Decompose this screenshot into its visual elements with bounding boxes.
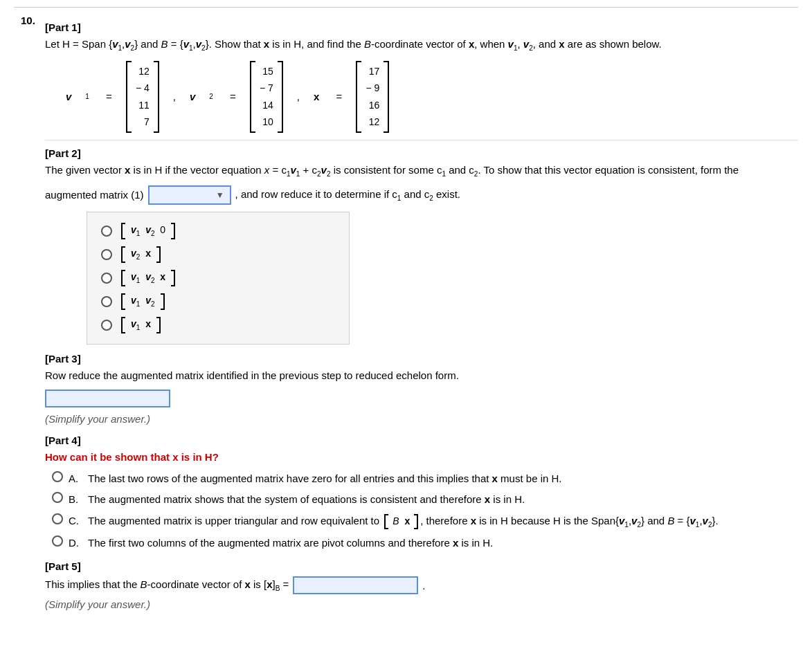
mc-label-C: C. bbox=[69, 513, 82, 529]
x-label: x bbox=[314, 91, 319, 102]
part2-text: The given vector x is in H if the vector… bbox=[45, 162, 798, 180]
matrix-dropdown[interactable]: ▼ bbox=[148, 185, 231, 205]
radio-options-list: v1 v2 0 v2 x v1 v2 x bbox=[87, 212, 350, 345]
part2-label: [Part 2] bbox=[45, 147, 798, 159]
mc-text-C: The augmented matrix is upper triangular… bbox=[88, 513, 719, 530]
mc-option-D[interactable]: D. The first two columns of the augmente… bbox=[52, 535, 798, 551]
mc-option-B[interactable]: B. The augmented matrix shows that the s… bbox=[52, 492, 798, 508]
dropdown-arrow-icon: ▼ bbox=[216, 190, 224, 200]
v1-matrix: 12 − 4 11 7 bbox=[126, 61, 159, 133]
mc-label-A: A. bbox=[69, 471, 82, 487]
radio-option-5[interactable]: v1 x bbox=[101, 317, 335, 333]
part3-simplify-note: (Simplify your answer.) bbox=[45, 413, 798, 425]
mc-option-A[interactable]: A. The last two rows of the augmented ma… bbox=[52, 471, 798, 487]
mc-radio-B[interactable] bbox=[52, 492, 63, 503]
x-matrix: 17 − 9 16 12 bbox=[356, 61, 389, 133]
radio-circle-2[interactable] bbox=[101, 249, 112, 260]
part5-input[interactable] bbox=[293, 576, 418, 594]
option5-matrix: v1 x bbox=[121, 317, 161, 333]
mc-options: A. The last two rows of the augmented ma… bbox=[52, 471, 798, 551]
mc-label-D: D. bbox=[69, 535, 82, 551]
part2-augmented-line: augmented matrix (1) ▼ , and row reduce … bbox=[45, 185, 798, 205]
option2-matrix: v2 x bbox=[121, 246, 161, 263]
part4-label: [Part 4] bbox=[45, 434, 798, 446]
radio-option-3[interactable]: v1 v2 x bbox=[101, 270, 335, 286]
radio-option-2[interactable]: v2 x bbox=[101, 246, 335, 263]
part4-question: How can it be shown that x is in H? bbox=[45, 449, 798, 466]
part5-simplify-note: (Simplify your answer.) bbox=[45, 598, 798, 610]
v2-matrix: 15 − 7 14 10 bbox=[250, 61, 283, 133]
part3-text: Row reduce the augmented matrix identifi… bbox=[45, 367, 798, 384]
part3-label: [Part 3] bbox=[45, 353, 798, 365]
option3-matrix: v1 v2 x bbox=[121, 270, 175, 286]
mc-label-B: B. bbox=[69, 492, 82, 508]
option4-matrix: v1 v2 bbox=[121, 293, 165, 310]
question-container: 10. [Part 1] Let H = Span {v1,v2} and B … bbox=[14, 7, 798, 610]
part3-input[interactable] bbox=[45, 390, 170, 407]
part1-text: Let H = Span {v1,v2} and B = {v1,v2}. Sh… bbox=[45, 36, 798, 54]
mc-radio-A[interactable] bbox=[52, 471, 63, 482]
radio-circle-4[interactable] bbox=[101, 296, 112, 307]
part1-label: [Part 1] bbox=[45, 21, 798, 33]
part5-line: This implies that the B-coordinate vecto… bbox=[45, 576, 798, 594]
mc-text-B: The augmented matrix shows that the syst… bbox=[88, 492, 525, 508]
v1-label: v bbox=[66, 91, 71, 102]
radio-circle-1[interactable] bbox=[101, 226, 112, 237]
matrices-row: v1 = 12 − 4 11 7 , v2 = bbox=[66, 61, 798, 133]
mc-option-C[interactable]: C. The augmented matrix is upper triangu… bbox=[52, 513, 798, 530]
part5-label: [Part 5] bbox=[45, 560, 798, 572]
dropdown-container[interactable]: ▼ bbox=[148, 185, 231, 205]
radio-option-4[interactable]: v1 v2 bbox=[101, 293, 335, 310]
radio-option-1[interactable]: v1 v2 0 bbox=[101, 223, 335, 239]
mc-text-D: The first two columns of the augmented m… bbox=[88, 535, 493, 551]
v2-label: v bbox=[190, 91, 195, 102]
question-number: 10. bbox=[21, 15, 35, 26]
radio-circle-3[interactable] bbox=[101, 273, 112, 284]
option1-matrix: v1 v2 0 bbox=[121, 223, 175, 239]
part3-answer-area bbox=[45, 390, 798, 407]
radio-circle-5[interactable] bbox=[101, 320, 112, 331]
mc-radio-D[interactable] bbox=[52, 535, 63, 547]
mc-text-A: The last two rows of the augmented matri… bbox=[88, 471, 562, 487]
mc-radio-C[interactable] bbox=[52, 513, 63, 524]
